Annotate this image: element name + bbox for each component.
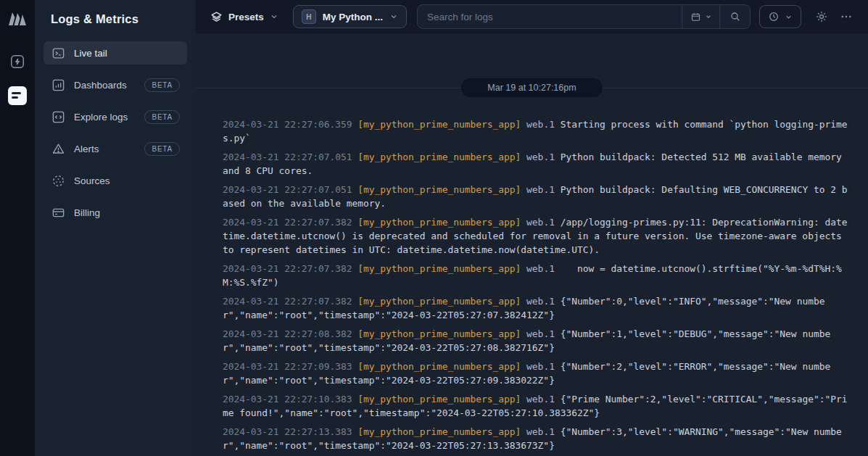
sidebar-item-billing[interactable]: Billing [44,201,187,224]
log-process: web.1 [526,328,561,339]
search-input[interactable] [418,5,682,28]
date-filter-button[interactable] [682,5,719,28]
code-brackets-icon [51,109,65,124]
log-timestamp: 2024-03-21 22:27:07.382 [223,217,357,228]
sidebar-item-label: Live tail [74,48,107,59]
sidebar-item-sources[interactable]: Sources [44,169,187,192]
log-entry[interactable]: 2024-03-21 22:27:07.051 [my_python_prime… [223,150,848,178]
log-source-tag: [my_python_prime_numbers_app] [357,184,526,195]
log-entry[interactable]: 2024-03-21 22:27:07.382 [my_python_prime… [223,294,848,322]
log-stream: Mar 19 at 10:27:16pm 2024-03-21 22:27:06… [196,33,868,456]
log-entry[interactable]: 2024-03-21 22:27:07.382 [my_python_prime… [223,262,848,289]
log-entry[interactable]: 2024-03-21 22:27:07.382 [my_python_prime… [223,215,848,257]
log-timestamp: 2024-03-21 22:27:10.383 [223,394,357,405]
main-pane: Presets H My Python ... [196,0,868,456]
log-process: web.1 [526,394,561,405]
log-process: web.1 [526,296,561,307]
terminal-icon [51,46,65,60]
log-search-bar [417,4,751,29]
magnifier-icon [729,11,741,22]
sidebar-item-alerts[interactable]: Alerts BETA [44,137,187,160]
log-timestamp: 2024-03-21 22:27:07.382 [223,296,357,307]
view-selector-label: My Python ... [323,12,383,22]
time-range-button[interactable] [759,5,801,28]
log-timestamp: 2024-03-21 22:27:08.382 [223,328,357,339]
log-timestamp: 2024-03-21 22:27:07.051 [223,152,357,162]
page-title: Logs & Metrics [35,0,196,26]
sidebar-nav: Live tail Dashboards BETA [35,41,196,233]
sidebar-item-explore-logs[interactable]: Explore logs BETA [44,105,187,128]
bar-chart-icon [51,78,65,92]
log-source-tag: [my_python_prime_numbers_app] [357,152,526,162]
ellipsis-icon[interactable] [836,7,856,27]
log-process: web.1 [526,152,561,162]
log-entry[interactable]: 2024-03-21 22:27:07.051 [my_python_prime… [223,183,848,210]
topbar: Presets H My Python ... [196,0,868,33]
log-entry[interactable]: 2024-03-21 22:27:10.383 [my_python_prime… [223,392,848,420]
log-process: web.1 [526,119,561,130]
sidebar-item-label: Explore logs [74,112,128,123]
log-source-tag: [my_python_prime_numbers_app] [357,263,526,274]
log-source-tag: [my_python_prime_numbers_app] [357,296,526,307]
log-source-tag: [my_python_prime_numbers_app] [357,394,526,405]
log-timestamp: 2024-03-21 22:27:07.051 [223,184,357,195]
heroku-app-icon: H [302,9,316,24]
calendar-icon [690,12,701,22]
flash-icon[interactable] [8,52,27,71]
sidebar-item-label: Dashboards [74,80,127,91]
log-source-tag: [my_python_prime_numbers_app] [357,426,526,437]
chevron-down-icon [785,13,793,21]
log-timestamp: 2024-03-21 22:27:13.383 [223,426,357,437]
chevron-down-icon [270,12,278,21]
log-source-tag: [my_python_prime_numbers_app] [357,119,526,130]
log-timestamp: 2024-03-21 22:27:09.383 [223,361,357,372]
log-source-tag: [my_python_prime_numbers_app] [357,217,526,228]
log-timestamp: 2024-03-21 22:27:07.382 [223,263,357,274]
sidebar-item-label: Sources [74,175,110,186]
log-lines-icon[interactable] [8,86,27,105]
view-selector[interactable]: H My Python ... [293,5,407,28]
log-source-tag: [my_python_prime_numbers_app] [357,328,526,339]
app-window: Logs & Metrics Live tail [0,0,868,456]
clock-icon [768,11,780,22]
icon-rail [0,0,35,456]
sidebar: Logs & Metrics Live tail [35,0,196,456]
log-timestamp: 2024-03-21 22:27:06.359 [223,119,357,130]
beta-badge: BETA [144,78,180,92]
sources-cluster-icon [51,173,65,188]
log-process: web.1 [526,217,561,228]
log-process: web.1 [526,263,561,274]
chevron-down-icon [389,12,398,21]
log-entry[interactable]: 2024-03-21 22:27:06.359 [my_python_prime… [223,117,848,145]
log-list[interactable]: 2024-03-21 22:27:06.359 [my_python_prime… [223,117,848,452]
log-entry[interactable]: 2024-03-21 22:27:13.383 [my_python_prime… [223,425,848,452]
warning-triangle-icon [51,141,65,156]
log-process: web.1 [526,184,561,195]
beta-badge: BETA [144,142,180,156]
date-marker[interactable]: Mar 19 at 10:27:16pm [461,78,602,97]
log-entry[interactable]: 2024-03-21 22:27:09.383 [my_python_prime… [223,360,848,387]
log-process: web.1 [526,361,561,372]
log-entry[interactable]: 2024-03-21 22:27:08.382 [my_python_prime… [223,327,848,355]
credit-card-icon [51,205,65,220]
gear-icon[interactable] [811,7,832,27]
layers-icon [210,11,223,23]
chevron-down-icon [705,13,712,20]
sidebar-item-live-tail[interactable]: Live tail [44,41,187,65]
search-submit-button[interactable] [719,5,750,28]
log-source-tag: [my_python_prime_numbers_app] [357,361,526,372]
log-process: web.1 [526,426,561,437]
presets-button[interactable]: Presets [210,11,278,23]
sidebar-item-dashboards[interactable]: Dashboards BETA [44,73,187,96]
presets-label: Presets [228,12,264,22]
beta-badge: BETA [144,110,180,124]
date-marker-row: Mar 19 at 10:27:16pm [196,78,868,98]
mezmo-logo[interactable] [7,7,28,29]
sidebar-item-label: Billing [74,207,100,218]
sidebar-item-label: Alerts [74,144,99,154]
